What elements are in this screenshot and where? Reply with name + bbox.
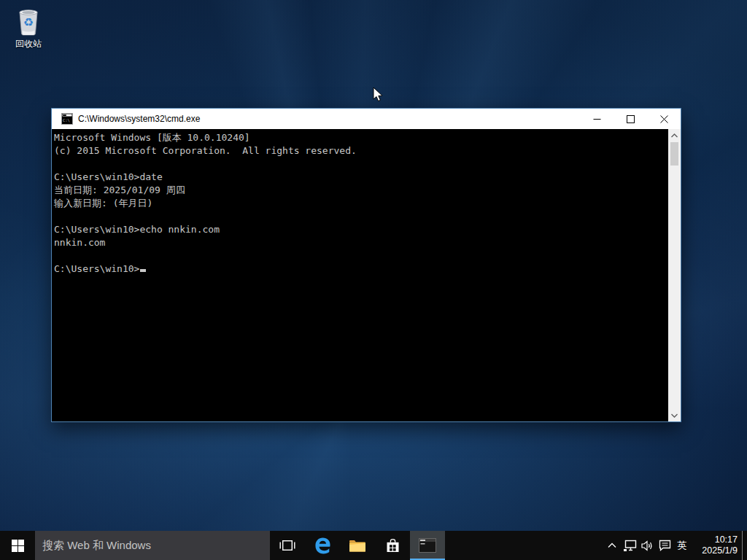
windows-logo-icon [12, 540, 24, 552]
maximize-button[interactable] [614, 109, 647, 129]
taskbar: 搜索 Web 和 Windows [0, 531, 747, 560]
edge-button[interactable] [305, 531, 340, 560]
edge-icon [313, 536, 333, 556]
recycle-bin-label: 回收站 [4, 38, 53, 50]
cmd-taskbar-icon [419, 538, 436, 553]
file-explorer-button[interactable] [340, 531, 375, 560]
start-button[interactable] [0, 531, 35, 560]
close-button[interactable] [647, 109, 681, 129]
system-tray: 英 10:17 2025/1/9 [603, 531, 747, 560]
mouse-cursor [373, 87, 384, 103]
scroll-down-icon[interactable] [668, 409, 681, 421]
recycle-bin[interactable]: ♻ 回收站 [4, 6, 53, 50]
cmd-taskbar-button[interactable] [410, 531, 445, 560]
search-placeholder: 搜索 Web 和 Windows [42, 539, 151, 553]
cmd-titlebar[interactable]: C:\ C:\Windows\system32\cmd.exe [52, 109, 681, 129]
search-box[interactable]: 搜索 Web 和 Windows [35, 531, 270, 560]
action-center-button[interactable] [656, 531, 673, 560]
network-tray-button[interactable] [621, 531, 638, 560]
ime-indicator[interactable]: 英 [673, 531, 691, 560]
minimize-button[interactable] [580, 109, 614, 129]
scroll-up-icon[interactable] [668, 129, 681, 141]
task-view-button[interactable] [270, 531, 305, 560]
cmd-app-icon: C:\ [61, 113, 73, 125]
svg-text:♻: ♻ [23, 15, 34, 29]
svg-text:C:\: C:\ [63, 118, 70, 122]
speaker-icon [641, 540, 654, 551]
cmd-window: C:\ C:\Windows\system32\cmd.exe Microsof… [51, 108, 681, 422]
terminal-scrollbar[interactable] [668, 129, 681, 421]
terminal-output[interactable]: Microsoft Windows [版本 10.0.10240] (c) 20… [52, 129, 668, 421]
clock-time: 10:17 [692, 534, 738, 545]
clock-date: 2025/1/9 [692, 545, 738, 556]
show-desktop-button[interactable] [742, 531, 747, 560]
chevron-up-icon [608, 542, 616, 548]
scrollbar-thumb[interactable] [670, 142, 678, 166]
store-button[interactable] [375, 531, 410, 560]
store-icon [385, 537, 400, 553]
clock[interactable]: 10:17 2025/1/9 [692, 534, 738, 556]
window-title: C:\Windows\system32\cmd.exe [78, 114, 200, 124]
task-view-icon [279, 540, 295, 551]
terminal-cursor [140, 269, 146, 272]
file-explorer-icon [349, 539, 366, 553]
tray-expand-button[interactable] [603, 531, 621, 560]
recycle-bin-icon: ♻ [15, 6, 42, 36]
network-icon [623, 540, 637, 552]
notification-icon [659, 540, 671, 551]
volume-tray-button[interactable] [638, 531, 656, 560]
